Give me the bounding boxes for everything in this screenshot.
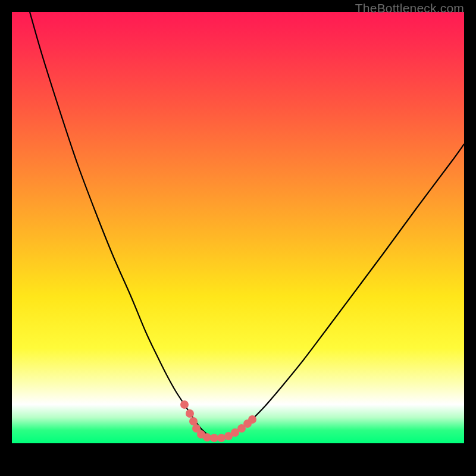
bottom-black-bar	[0, 443, 476, 476]
watermark-text: TheBottleneck.com	[355, 1, 464, 15]
trough-marker-dot	[248, 415, 256, 424]
trough-marker-dot	[203, 433, 211, 441]
trough-marker-dot	[186, 409, 194, 418]
trough-marker-dot	[217, 434, 226, 442]
trough-marker-dot	[180, 400, 189, 409]
trough-markers	[180, 400, 256, 442]
trough-marker-layer	[12, 12, 464, 443]
trough-marker-dot	[189, 417, 198, 425]
trough-marker-dot	[210, 434, 218, 442]
